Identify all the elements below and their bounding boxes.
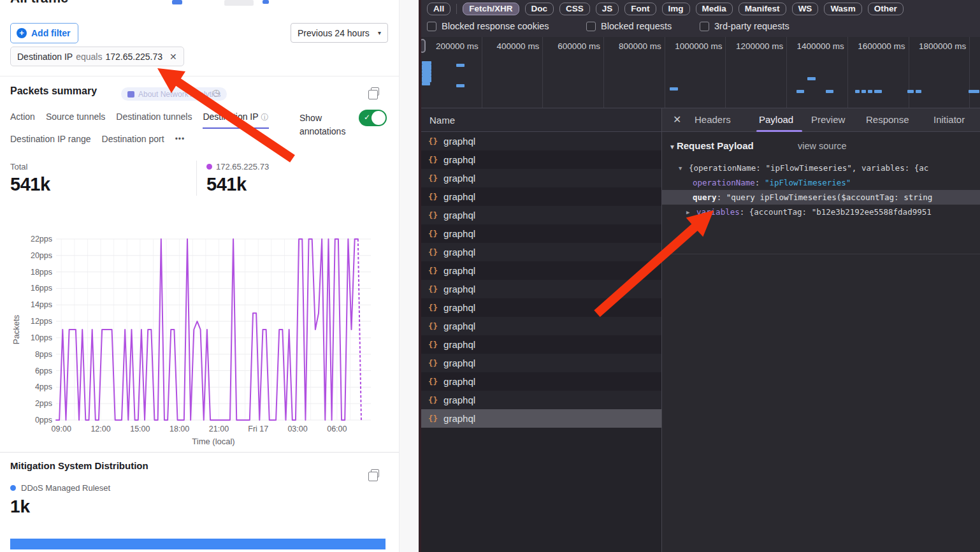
network-filter-wasm[interactable]: Wasm: [824, 3, 861, 15]
request-list-pane: Name {}graphql{}graphql{}graphql{}graphq…: [421, 108, 661, 552]
checkbox-label: Blocked response cookies: [442, 21, 549, 31]
payload-line[interactable]: operationName: "ipFlowTimeseries": [662, 175, 980, 190]
request-row-graphql[interactable]: {}graphql: [421, 335, 661, 354]
payload-line[interactable]: ▼{operationName: "ipFlowTimeseries", var…: [662, 161, 980, 175]
request-row-graphql[interactable]: {}graphql: [421, 224, 661, 243]
payload-line[interactable]: ▶variables: {accountTag: "b12e3b2192ee55…: [662, 205, 980, 219]
request-timing-bar: [855, 90, 860, 93]
tab-destination-ip-range[interactable]: Destination IP range: [10, 134, 91, 149]
network-filter-ws[interactable]: WS: [792, 3, 819, 15]
request-row-graphql[interactable]: {}graphql: [421, 298, 661, 317]
request-name: graphql: [443, 136, 475, 147]
network-filter-media[interactable]: Media: [696, 3, 733, 15]
svg-text:06:00: 06:00: [327, 425, 347, 433]
timeline-column: 1000000 ms: [665, 37, 726, 108]
svg-text:03:00: 03:00: [287, 425, 307, 433]
timeline-tick-label: 800000 ms: [619, 41, 661, 51]
packets-summary-tabs-row2: Destination IP rangeDestination port•••: [10, 134, 185, 149]
active-tab-underline: [756, 130, 802, 132]
timeline-column: 1800000 ms: [909, 37, 970, 108]
request-name: graphql: [443, 376, 475, 387]
detail-tab-payload[interactable]: Payload: [759, 114, 793, 125]
triangle-down-icon[interactable]: ▼: [679, 161, 682, 176]
network-filter-img[interactable]: Img: [662, 3, 690, 15]
request-row-graphql[interactable]: {}graphql: [421, 372, 661, 391]
detail-tab-preview[interactable]: Preview: [811, 114, 845, 125]
request-row-graphql[interactable]: {}graphql: [421, 132, 661, 150]
timeline-column: 1200000 ms: [726, 37, 788, 108]
request-row-graphql[interactable]: {}graphql: [421, 391, 661, 409]
request-row-graphql[interactable]: {}graphql: [421, 243, 661, 261]
tab-destination-port[interactable]: Destination port: [102, 134, 164, 149]
request-row-graphql[interactable]: {}graphql: [421, 169, 661, 187]
payload-line[interactable]: query: "query ipFlowTimeseries($accountT…: [662, 190, 980, 205]
checkbox-blocked-requests[interactable]: Blocked requests: [586, 21, 672, 31]
request-row-graphql[interactable]: {}graphql: [421, 317, 661, 335]
checkbox-label: Blocked requests: [601, 21, 672, 31]
checkbox-3rd-party-requests[interactable]: 3rd-party requests: [700, 21, 789, 31]
detail-tabs-bar: ✕ HeadersPayloadPreviewResponseInitiator: [662, 108, 980, 132]
tab-destination-tunnels[interactable]: Destination tunnels: [116, 112, 192, 129]
network-filter-font[interactable]: Font: [624, 3, 656, 15]
tab-source-tunnels[interactable]: Source tunnels: [46, 112, 105, 129]
payload-value: {accountTag: "b12e3b2192ee5588fdad9951: [749, 207, 932, 217]
filter-chip[interactable]: Destination IP equals 172.65.225.73 ✕: [10, 47, 184, 66]
time-range-dropdown[interactable]: Previous 24 hours ▾: [291, 23, 388, 43]
request-row-graphql[interactable]: {}graphql: [421, 150, 661, 169]
close-icon[interactable]: ✕: [673, 113, 681, 126]
request-timing-bar: [456, 64, 465, 67]
request-row-graphql[interactable]: {}graphql: [421, 206, 661, 224]
network-filter-css[interactable]: CSS: [559, 3, 590, 15]
request-row-graphql[interactable]: {}graphql: [421, 280, 661, 298]
json-request-icon: {}: [428, 266, 438, 275]
add-filter-button[interactable]: + Add filter: [10, 23, 78, 43]
view-source-link[interactable]: view source: [798, 141, 847, 151]
screenshot-root: All traffic + Add filter Destination IP …: [0, 0, 980, 552]
network-filter-all[interactable]: All: [427, 3, 450, 15]
triangle-down-icon: ▼: [669, 143, 675, 150]
svg-text:Fri 17: Fri 17: [248, 425, 268, 433]
request-payload-section-header[interactable]: ▼Request Payload: [669, 140, 754, 151]
legend-label: DDoS Managed Ruleset: [21, 483, 110, 493]
network-filter-other[interactable]: Other: [868, 3, 904, 15]
divider: [196, 161, 197, 196]
timeline-column: 2000000 ms: [970, 37, 980, 108]
close-icon[interactable]: ✕: [169, 52, 177, 62]
detail-tab-response[interactable]: Response: [866, 114, 909, 125]
svg-text:4pps: 4pps: [35, 382, 52, 391]
timeline-column: 1600000 ms: [848, 37, 909, 108]
tab-action[interactable]: Action: [10, 112, 35, 129]
show-annotations-toggle[interactable]: ✓: [359, 110, 387, 126]
more-tabs-button[interactable]: •••: [175, 134, 185, 148]
json-request-icon: {}: [428, 173, 438, 183]
svg-text:16pps: 16pps: [31, 284, 52, 293]
json-request-icon: {}: [428, 377, 438, 386]
about-network-analytics-badge[interactable]: About Network Analytics: [121, 87, 227, 101]
request-timing-bar: [969, 90, 979, 93]
request-name: graphql: [443, 265, 475, 276]
divider: [662, 254, 980, 254]
json-request-icon: {}: [428, 136, 438, 146]
json-request-icon: {}: [428, 155, 438, 164]
copy-panel-icon[interactable]: [371, 469, 379, 477]
request-row-graphql[interactable]: {}graphql: [421, 409, 661, 428]
network-filter-js[interactable]: JS: [596, 3, 619, 15]
name-column-header[interactable]: Name: [421, 108, 661, 132]
request-timing-bar: [916, 90, 921, 93]
detail-tab-headers[interactable]: Headers: [695, 114, 731, 125]
tab-destination-ip[interactable]: Destination IPⓘ: [203, 112, 268, 129]
copy-panel-icon[interactable]: [371, 87, 379, 96]
triangle-right-icon[interactable]: ▶: [686, 205, 689, 220]
request-name: graphql: [443, 339, 475, 350]
network-filter-doc[interactable]: Doc: [525, 3, 554, 15]
request-timing-bar: [874, 90, 882, 93]
request-row-graphql[interactable]: {}graphql: [421, 261, 661, 280]
request-row-graphql[interactable]: {}graphql: [421, 187, 661, 206]
request-row-graphql[interactable]: {}graphql: [421, 354, 661, 372]
network-filter-fetch-xhr[interactable]: Fetch/XHR: [463, 3, 519, 15]
network-overview-timeline[interactable]: 200000 ms400000 ms600000 ms800000 ms1000…: [421, 37, 980, 108]
network-filter-manifest[interactable]: Manifest: [739, 3, 786, 15]
request-timing-bar: [670, 87, 678, 91]
detail-tab-initiator[interactable]: Initiator: [933, 114, 965, 125]
checkbox-blocked-response-cookies[interactable]: Blocked response cookies: [427, 21, 549, 31]
